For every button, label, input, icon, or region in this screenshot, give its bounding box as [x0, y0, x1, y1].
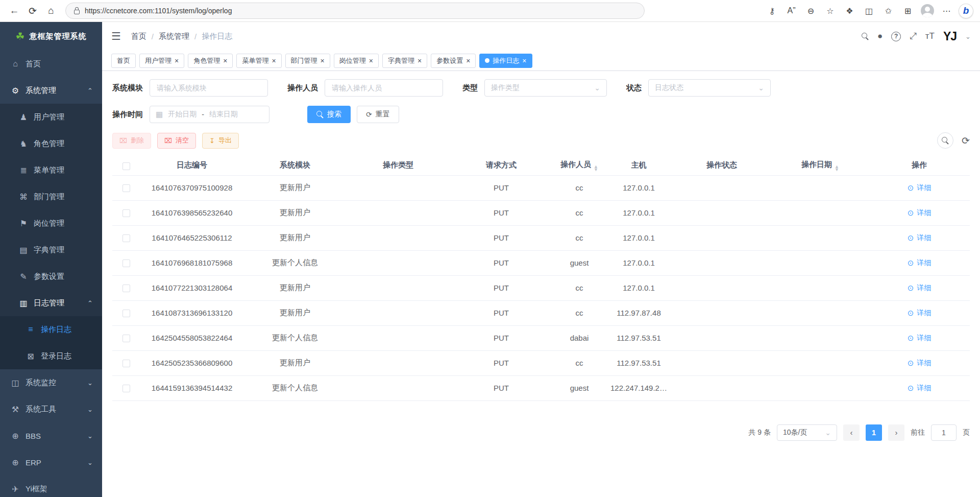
split-screen-icon[interactable]: ◫ — [860, 2, 878, 19]
sidebar-item-param-settings[interactable]: ✎参数设置 — [0, 263, 102, 290]
page-1-button[interactable]: 1 — [866, 424, 882, 441]
sidebar-item-login-log[interactable]: ⊠登录日志 — [0, 343, 102, 369]
row-checkbox[interactable] — [122, 310, 130, 317]
detail-link[interactable]: ⊙详细 — [908, 258, 932, 268]
detail-link[interactable]: ⊙详细 — [908, 233, 932, 243]
show-search-button[interactable] — [937, 132, 953, 149]
detail-link[interactable]: ⊙详细 — [908, 334, 932, 343]
detail-link[interactable]: ⊙详细 — [908, 208, 932, 218]
github-icon[interactable]: ● — [877, 31, 883, 41]
tab-menu-management[interactable]: 菜单管理× — [236, 54, 281, 68]
detail-link[interactable]: ⊙详细 — [908, 283, 932, 293]
close-icon[interactable]: × — [418, 57, 422, 64]
bing-icon[interactable]: b — [957, 2, 975, 19]
sidebar-item-post-management[interactable]: ⚑岗位管理 — [0, 210, 102, 236]
sidebar-item-dict-management[interactable]: ▤字典管理 — [0, 236, 102, 263]
row-checkbox[interactable] — [122, 285, 130, 292]
tab-role-management[interactable]: 角色管理× — [188, 54, 233, 68]
breadcrumb-system-management[interactable]: 系统管理 — [159, 32, 189, 41]
sidebar-item-bbs[interactable]: ⊕BBS⌄ — [0, 422, 102, 449]
end-date-placeholder[interactable]: 结束日期 — [209, 110, 238, 119]
tab-dept-management[interactable]: 部门管理× — [285, 54, 330, 68]
date-range-picker[interactable]: ▦ 开始日期 - 结束日期 — [150, 106, 270, 123]
detail-link[interactable]: ⊙详细 — [908, 183, 932, 193]
font-size-icon[interactable]: ᴛT — [925, 31, 935, 41]
close-icon[interactable]: × — [321, 57, 325, 64]
operator-input[interactable] — [325, 79, 443, 97]
row-checkbox[interactable] — [122, 184, 130, 192]
breadcrumb-home[interactable]: 首页 — [131, 32, 146, 41]
read-aloud-icon[interactable]: A” — [782, 2, 800, 19]
row-checkbox[interactable] — [122, 385, 130, 392]
row-checkbox[interactable] — [122, 335, 130, 342]
sort-desc-icon[interactable]: ▼ — [835, 168, 839, 171]
export-button[interactable]: ↧ 导出 — [202, 133, 239, 149]
close-icon[interactable]: × — [522, 57, 526, 64]
tab-post-management[interactable]: 岗位管理× — [334, 54, 379, 68]
url-text[interactable]: https://ccnetcore.com:1101/system/log/op… — [85, 7, 232, 15]
next-page-button[interactable]: › — [888, 424, 904, 441]
select-all-checkbox[interactable] — [122, 162, 130, 170]
zoom-out-icon[interactable]: ⊖ — [802, 2, 820, 19]
close-icon[interactable]: × — [223, 57, 227, 64]
column-header-operation-date[interactable]: 操作日期▲▼ — [772, 156, 869, 175]
system-module-input[interactable] — [150, 79, 268, 97]
close-icon[interactable]: × — [369, 57, 373, 64]
address-bar[interactable]: https://ccnetcore.com:1101/system/log/op… — [65, 3, 645, 19]
sort-desc-icon[interactable]: ▼ — [594, 168, 598, 171]
sidebar-item-role-management[interactable]: ♞角色管理 — [0, 130, 102, 157]
sidebar-item-system-monitor[interactable]: ◫系统监控⌄ — [0, 369, 102, 396]
sidebar-item-menu-management[interactable]: ≣菜单管理 — [0, 157, 102, 183]
page-size-select[interactable]: 10条/页 ⌄ — [777, 424, 837, 441]
start-date-placeholder[interactable]: 开始日期 — [168, 110, 197, 119]
browser-home-button[interactable]: ⌂ — [42, 2, 60, 19]
type-select[interactable]: 操作类型⌄ — [484, 79, 607, 97]
sidebar-item-yi-framework[interactable]: ✈Yi框架 — [0, 476, 102, 497]
goto-page-input[interactable] — [931, 424, 957, 441]
extensions-icon[interactable]: ❖ — [841, 2, 859, 19]
app-logo[interactable]: ☘ 意框架管理系统 — [0, 22, 102, 51]
column-header-operator[interactable]: 操作人员▲▼ — [553, 156, 606, 175]
prev-page-button[interactable]: ‹ — [843, 424, 860, 441]
tab-param-settings[interactable]: 参数设置× — [431, 54, 476, 68]
sidebar-item-operation-log[interactable]: ≡操作日志 — [0, 316, 102, 343]
favorites-icon[interactable]: ✩ — [879, 2, 897, 19]
sidebar-item-user-management[interactable]: ♟用户管理 — [0, 104, 102, 130]
sidebar-item-dept-management[interactable]: ⌘部门管理 — [0, 183, 102, 210]
tab-operation-log[interactable]: 操作日志× — [479, 54, 532, 68]
row-checkbox[interactable] — [122, 259, 130, 267]
fullscreen-icon[interactable]: ⤢ — [910, 31, 917, 41]
detail-link[interactable]: ⊙详细 — [908, 384, 932, 393]
add-favorite-icon[interactable]: ☆ — [821, 2, 839, 19]
sidebar-item-system-tools[interactable]: ⚒系统工具⌄ — [0, 396, 102, 422]
tab-user-management[interactable]: 用户管理× — [139, 54, 184, 68]
detail-link[interactable]: ⊙详细 — [908, 309, 932, 318]
delete-button[interactable]: ⌧ 删除 — [112, 133, 151, 149]
sidebar-item-erp[interactable]: ⊕ERP⌄ — [0, 449, 102, 476]
sort-carets[interactable]: ▲▼ — [835, 165, 839, 171]
reset-button[interactable]: ⟳ 重置 — [357, 106, 399, 123]
search-button[interactable]: 搜索 — [307, 106, 351, 123]
close-icon[interactable]: × — [466, 57, 470, 64]
status-select[interactable]: 日志状态⌄ — [648, 79, 771, 97]
tab-home[interactable]: 首页 — [111, 54, 136, 68]
row-checkbox[interactable] — [122, 209, 130, 217]
user-logo[interactable]: YJ — [943, 30, 957, 43]
profile-button[interactable] — [918, 2, 936, 19]
row-checkbox[interactable] — [122, 234, 130, 242]
tab-dict-management[interactable]: 字典管理× — [382, 54, 427, 68]
browser-back-button[interactable]: ← — [5, 2, 23, 19]
sidebar-item-log-management[interactable]: ▥日志管理⌃ — [0, 290, 102, 316]
more-icon[interactable]: ⋯ — [938, 2, 955, 19]
sort-carets[interactable]: ▲▼ — [594, 165, 598, 171]
collections-icon[interactable]: ⊞ — [899, 2, 917, 19]
refresh-table-button[interactable]: ⟳ — [962, 135, 970, 147]
password-key-icon[interactable]: ⚷ — [763, 2, 781, 19]
row-checkbox[interactable] — [122, 360, 130, 367]
help-icon[interactable]: ? — [891, 32, 901, 41]
close-icon[interactable]: × — [175, 57, 179, 64]
hamburger-icon[interactable]: ☰ — [111, 30, 121, 42]
close-icon[interactable]: × — [272, 57, 276, 64]
chevron-down-icon[interactable]: ⌄ — [965, 33, 971, 40]
search-icon[interactable] — [862, 33, 869, 40]
